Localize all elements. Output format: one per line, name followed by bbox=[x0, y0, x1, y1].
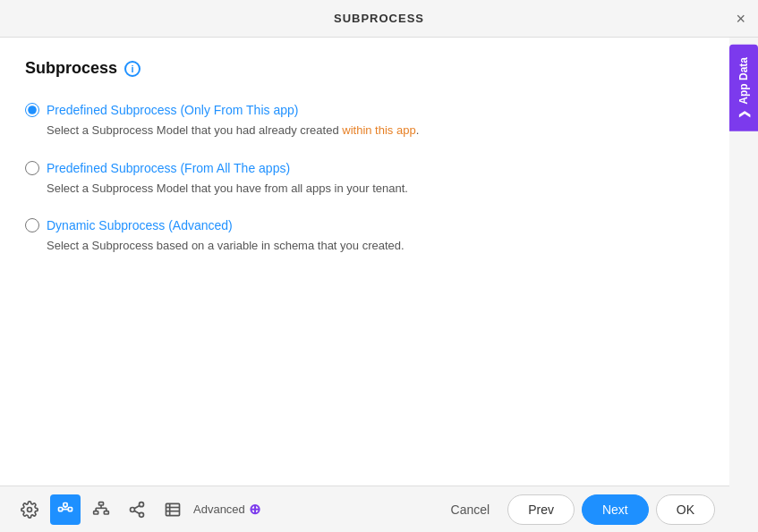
radio-option-dynamic: Dynamic Subprocess (Advanced) Select a S… bbox=[25, 218, 704, 255]
svg-rect-7 bbox=[94, 511, 98, 513]
svg-point-13 bbox=[140, 502, 144, 506]
advanced-label: Advanced bbox=[193, 502, 245, 516]
flow-icon-button[interactable] bbox=[50, 494, 81, 525]
footer: Advanced ⊕ Cancel Prev Next OK bbox=[0, 486, 729, 532]
radio-desc-dynamic: Select a Subprocess based on a variable … bbox=[25, 237, 704, 255]
section-title-text: Subprocess bbox=[25, 59, 117, 78]
svg-line-16 bbox=[134, 511, 140, 513]
radio-desc-before: Select a Subprocess Model that you had a… bbox=[47, 123, 342, 137]
gear-icon bbox=[21, 501, 38, 519]
toolbar-icons: Advanced ⊕ bbox=[14, 494, 260, 525]
radio-input-predefined-this[interactable] bbox=[25, 103, 39, 117]
radio-input-predefined-all[interactable] bbox=[25, 161, 39, 175]
table-icon bbox=[164, 501, 182, 519]
app-data-label: App Data bbox=[737, 57, 750, 105]
svg-point-15 bbox=[140, 512, 144, 517]
radio-title-predefined-this: Predefined Subprocess (Only From This ap… bbox=[47, 103, 298, 117]
radio-label-dynamic[interactable]: Dynamic Subprocess (Advanced) bbox=[25, 218, 704, 232]
info-icon[interactable]: i bbox=[124, 61, 141, 77]
next-button[interactable]: Next bbox=[582, 494, 649, 525]
svg-rect-2 bbox=[68, 507, 72, 511]
gear-icon-button[interactable] bbox=[14, 494, 45, 525]
svg-point-14 bbox=[131, 507, 135, 511]
prev-button[interactable]: Prev bbox=[507, 494, 575, 525]
radio-desc-predefined-this: Select a Subprocess Model that you had a… bbox=[25, 122, 704, 139]
svg-rect-8 bbox=[104, 511, 108, 513]
share-icon bbox=[128, 501, 146, 519]
radio-option-predefined-all: Predefined Subprocess (From All The apps… bbox=[25, 161, 704, 198]
table-icon-button[interactable] bbox=[158, 494, 188, 525]
svg-line-17 bbox=[134, 505, 140, 508]
footer-actions: Cancel Prev Next OK bbox=[440, 494, 715, 525]
ok-button[interactable]: OK bbox=[656, 494, 715, 525]
close-button[interactable]: × bbox=[736, 11, 745, 27]
app-data-tab[interactable]: ❯ App Data bbox=[729, 45, 758, 131]
share-icon-button[interactable] bbox=[122, 494, 152, 525]
radio-title-dynamic: Dynamic Subprocess (Advanced) bbox=[47, 218, 233, 232]
radio-desc-after: . bbox=[416, 123, 420, 137]
hierarchy-icon-button[interactable] bbox=[86, 494, 116, 525]
svg-point-0 bbox=[28, 507, 32, 511]
radio-desc-highlight: within this app bbox=[342, 123, 415, 137]
hierarchy-icon bbox=[92, 501, 110, 519]
modal-container: SUBPROCESS × ❯ App Data Subprocess i Pre… bbox=[0, 0, 758, 532]
radio-option-predefined-this: Predefined Subprocess (Only From This ap… bbox=[25, 103, 704, 139]
svg-rect-3 bbox=[64, 502, 67, 506]
modal-content: Subprocess i Predefined Subprocess (Only… bbox=[0, 38, 729, 486]
radio-label-predefined-all[interactable]: Predefined Subprocess (From All The apps… bbox=[25, 161, 704, 175]
cancel-button[interactable]: Cancel bbox=[440, 495, 501, 524]
flow-icon bbox=[56, 501, 74, 519]
advanced-button[interactable]: Advanced ⊕ bbox=[193, 501, 260, 518]
svg-rect-18 bbox=[166, 503, 180, 515]
title-bar: SUBPROCESS × bbox=[0, 0, 758, 38]
svg-rect-6 bbox=[99, 502, 104, 504]
advanced-plus-icon: ⊕ bbox=[249, 501, 260, 518]
svg-rect-1 bbox=[59, 507, 63, 511]
app-data-chevron: ❯ bbox=[737, 110, 750, 119]
radio-desc-predefined-all: Select a Subprocess Model that you have … bbox=[25, 180, 704, 198]
radio-title-predefined-all: Predefined Subprocess (From All The apps… bbox=[47, 161, 290, 175]
modal-title: SUBPROCESS bbox=[334, 12, 424, 25]
radio-input-dynamic[interactable] bbox=[25, 218, 39, 232]
radio-label-predefined-this[interactable]: Predefined Subprocess (Only From This ap… bbox=[25, 103, 704, 117]
section-header: Subprocess i bbox=[25, 59, 704, 78]
